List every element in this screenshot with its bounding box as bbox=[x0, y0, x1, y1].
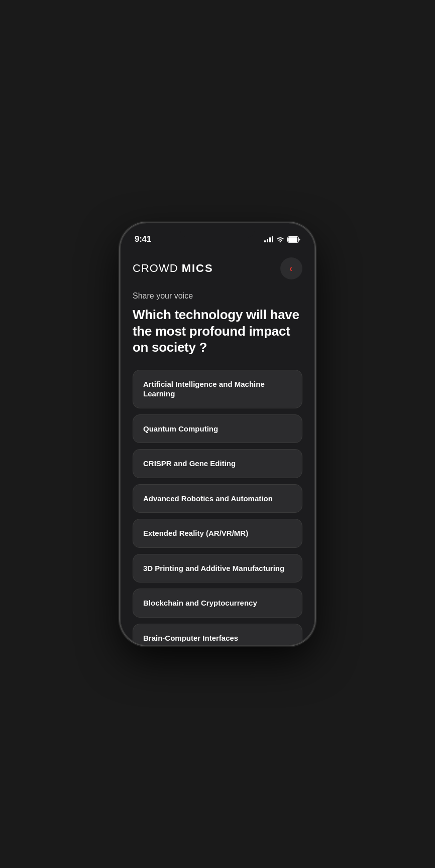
share-label: Share your voice bbox=[133, 292, 302, 301]
svg-rect-1 bbox=[288, 237, 297, 242]
phone-frame: 9:41 bbox=[120, 222, 315, 646]
question-text: Which technology will have the most prof… bbox=[133, 307, 302, 356]
option-item[interactable]: Artificial Intelligence and Machine Lear… bbox=[133, 370, 302, 408]
option-label: 3D Printing and Additive Manufacturing bbox=[143, 564, 284, 572]
signal-icon bbox=[264, 236, 273, 242]
status-time: 9:41 bbox=[135, 234, 151, 244]
option-label: Extended Reality (AR/VR/MR) bbox=[143, 529, 248, 537]
option-item[interactable]: Brain-Computer Interfaces bbox=[133, 624, 302, 645]
option-item[interactable]: 3D Printing and Additive Manufacturing bbox=[133, 554, 302, 583]
option-item[interactable]: Quantum Computing bbox=[133, 414, 302, 444]
option-label: Artificial Intelligence and Machine Lear… bbox=[143, 380, 265, 398]
notch bbox=[180, 223, 255, 238]
screen: 9:41 bbox=[121, 223, 314, 645]
option-label: Quantum Computing bbox=[143, 424, 218, 433]
app-logo: CROWD MICS bbox=[133, 262, 213, 275]
option-label: Brain-Computer Interfaces bbox=[143, 634, 238, 642]
content-area: CROWD MICS ‹ Share your voice Which tech… bbox=[121, 248, 314, 645]
logo-bold: MICS bbox=[182, 262, 213, 274]
back-button[interactable]: ‹ bbox=[280, 257, 302, 279]
option-label: Blockchain and Cryptocurrency bbox=[143, 599, 257, 607]
battery-icon bbox=[287, 236, 300, 243]
option-item[interactable]: CRISPR and Gene Editing bbox=[133, 449, 302, 478]
back-chevron-icon: ‹ bbox=[289, 264, 292, 273]
option-label: Advanced Robotics and Automation bbox=[143, 494, 273, 503]
logo-light: CROWD bbox=[133, 262, 182, 274]
options-list: Artificial Intelligence and Machine Lear… bbox=[133, 370, 302, 645]
option-item[interactable]: Blockchain and Cryptocurrency bbox=[133, 589, 302, 618]
option-item[interactable]: Extended Reality (AR/VR/MR) bbox=[133, 519, 302, 548]
status-icons bbox=[264, 236, 300, 243]
wifi-icon bbox=[276, 236, 284, 242]
option-label: CRISPR and Gene Editing bbox=[143, 459, 236, 468]
header: CROWD MICS ‹ bbox=[133, 257, 302, 279]
option-item[interactable]: Advanced Robotics and Automation bbox=[133, 484, 302, 513]
